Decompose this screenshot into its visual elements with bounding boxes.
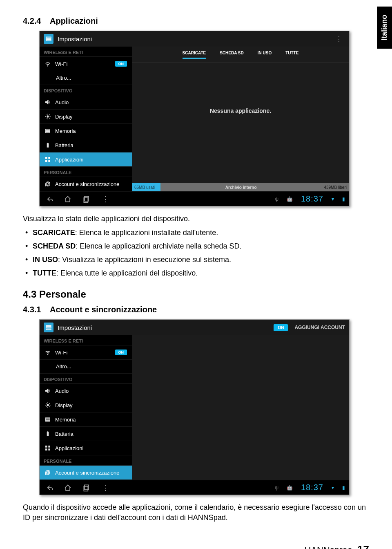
android-icon: 🤖 (287, 485, 293, 491)
android-icon: 🤖 (287, 196, 293, 202)
sidebar: WIRELESS E RETI Wi-Fi ON Altro... DISPOS… (40, 47, 132, 191)
display-label: Display (55, 114, 73, 120)
sidebar-item-display[interactable]: Display (40, 398, 132, 412)
svg-point-16 (47, 404, 49, 406)
altro-label: Altro... (56, 75, 71, 81)
para-account: Quando il dispositivo accede alle applic… (23, 502, 369, 523)
empty-message: Nessuna applicazione. (132, 63, 349, 114)
sidebar: WIRELESS E RETI Wi-Fi ON Altro... DISPOS… (40, 335, 132, 480)
recent-button[interactable] (81, 482, 92, 493)
sidebar-item-wifi[interactable]: Wi-Fi ON (40, 345, 132, 360)
bullet-in-uso: IN USO: Visualizza le applicazioni in es… (25, 254, 369, 265)
sidebar-item-display[interactable]: Display (40, 110, 132, 124)
svg-rect-5 (46, 130, 50, 131)
menu-button[interactable]: ⋮ (100, 194, 111, 204)
svg-rect-18 (46, 419, 50, 420)
svg-rect-13 (46, 326, 51, 327)
memoria-icon (45, 416, 51, 423)
add-account-button[interactable]: AGGIUNGI ACCOUNT (294, 325, 345, 330)
svg-rect-19 (46, 421, 50, 421)
audio-label: Audio (55, 388, 69, 394)
bullet-list: SCARICATE: Elenca le applicazioni instal… (23, 227, 369, 279)
svg-rect-10 (48, 160, 50, 162)
group-dispositivo: DISPOSITIVO (40, 85, 132, 95)
system-navbar: ⋮ ψ 🤖 18:37 ▾ ▮ (40, 480, 349, 495)
audio-icon (45, 99, 51, 105)
brand-footer: HANNspree 17 (305, 543, 369, 549)
tab-scheda-sd[interactable]: SCHEDA SD (220, 51, 244, 59)
sidebar-item-account[interactable]: Account e sincronizzazione (40, 466, 132, 480)
batteria-icon (45, 142, 51, 148)
batteria-icon (45, 430, 51, 437)
svg-rect-4 (46, 129, 50, 130)
home-button[interactable] (62, 194, 73, 204)
back-button[interactable] (44, 482, 54, 493)
language-tab: Italiano (377, 7, 392, 49)
wifi-icon (45, 349, 51, 356)
recent-button[interactable] (81, 194, 92, 204)
sync-icon (45, 181, 51, 187)
back-button[interactable] (44, 194, 54, 204)
memoria-icon (45, 128, 51, 134)
svg-rect-0 (46, 37, 51, 38)
memoria-label: Memoria (55, 128, 76, 134)
sidebar-item-memoria[interactable]: Memoria (40, 124, 132, 138)
sec-title: Account e sincronizzazione (50, 305, 157, 314)
screenshot-applicazioni: Impostazioni ⋮ WIRELESS E RETI Wi-Fi ON … (39, 31, 350, 206)
display-icon (45, 402, 51, 408)
svg-rect-2 (46, 40, 51, 41)
para-applicazioni: Visualizza lo stato delle applicazioni d… (23, 214, 369, 224)
sidebar-item-audio[interactable]: Audio (40, 95, 132, 110)
topbar: Impostazioni ON AGGIUNGI ACCOUNT (40, 320, 349, 335)
svg-rect-1 (46, 38, 51, 39)
wifi-toggle[interactable]: ON (115, 61, 127, 67)
group-wireless: WIRELESS E RETI (40, 47, 132, 57)
content-area: SCARICATE SCHEDA SD IN USO TUTTE Nessuna… (132, 47, 349, 191)
sidebar-item-batteria[interactable]: Batteria (40, 138, 132, 152)
storage-free: 439MB liberi (321, 185, 349, 190)
batteria-label: Batteria (55, 142, 74, 148)
applicazioni-label: Applicazioni (55, 157, 83, 163)
topbar-title: Impostazioni (58, 36, 92, 43)
sidebar-item-applicazioni[interactable]: Applicazioni (40, 441, 132, 455)
usb-icon: ψ (275, 196, 278, 202)
svg-rect-14 (46, 327, 51, 328)
svg-rect-15 (46, 329, 51, 330)
clock: 18:37 (301, 483, 323, 492)
bullet-scheda-sd: SCHEDA SD: Elenca le applicazioni archiv… (25, 241, 369, 252)
tab-scaricate[interactable]: SCARICATE (183, 51, 206, 59)
group-personale: PERSONALE (40, 455, 132, 466)
menu-button[interactable]: ⋮ (100, 482, 111, 493)
storage-bar: 65MB usati Archivio interno 439MB liberi (132, 183, 349, 191)
applicazioni-label: Applicazioni (55, 445, 83, 451)
sidebar-item-altro[interactable]: Altro... (40, 71, 132, 85)
home-button[interactable] (62, 482, 73, 493)
svg-point-3 (47, 115, 49, 117)
sidebar-item-memoria[interactable]: Memoria (40, 412, 132, 427)
clock: 18:37 (301, 194, 323, 204)
tab-tutte[interactable]: TUTTE (285, 51, 298, 59)
usb-icon: ψ (275, 485, 278, 491)
wifi-label: Wi-Fi (55, 350, 67, 356)
battery-status-icon: ▮ (342, 196, 345, 202)
display-label: Display (55, 402, 73, 408)
tab-in-uso[interactable]: IN USO (258, 51, 272, 59)
sec-num: 4.3.1 (23, 305, 41, 314)
wifi-status-icon: ▾ (332, 196, 334, 202)
overflow-menu-icon[interactable]: ⋮ (334, 34, 345, 43)
sidebar-item-batteria[interactable]: Batteria (40, 427, 132, 441)
topbar-title: Impostazioni (58, 324, 92, 331)
screenshot-account: Impostazioni ON AGGIUNGI ACCOUNT WIRELES… (39, 319, 350, 495)
sidebar-item-wifi[interactable]: Wi-Fi ON (40, 57, 132, 71)
sidebar-item-altro[interactable]: Altro... (40, 360, 132, 374)
display-icon (45, 113, 51, 120)
sidebar-item-applicazioni[interactable]: Applicazioni (40, 152, 132, 167)
account-label: Account e sincronizzazione (55, 181, 120, 187)
sidebar-item-audio[interactable]: Audio (40, 384, 132, 398)
sidebar-item-account[interactable]: Account e sincronizzazione (40, 177, 132, 191)
heading-4-3-1: 4.3.1 Account e sincronizzazione (23, 305, 369, 314)
svg-rect-6 (46, 132, 50, 133)
wifi-toggle[interactable]: ON (115, 350, 127, 355)
sec-title: Applicazioni (50, 16, 98, 25)
sync-toggle[interactable]: ON (274, 324, 288, 331)
